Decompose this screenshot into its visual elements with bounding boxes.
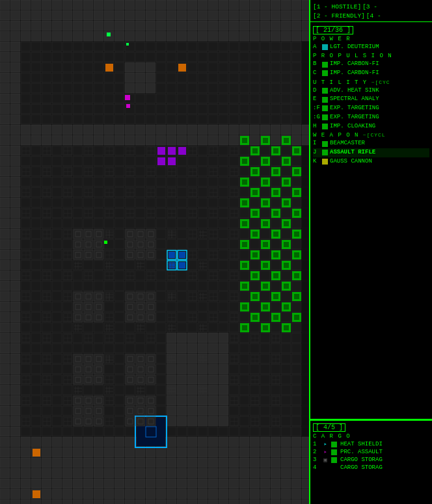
power-header: [ 21/36 ] bbox=[313, 26, 353, 34]
cargo-num-4: 4 bbox=[313, 464, 321, 471]
weapon-item-j[interactable]: J ASSAULT RIFLE bbox=[313, 148, 429, 157]
sq-j bbox=[322, 150, 328, 155]
text-j: ASSAULT RIFLE bbox=[330, 149, 375, 157]
text-i: BEAMCASTER bbox=[330, 140, 365, 148]
friendly-label: [2 - FRIENDLY] bbox=[313, 12, 365, 20]
cargo-icon-2: ➤ bbox=[321, 449, 330, 455]
utility-item-d[interactable]: D ADV. HEAT SINK bbox=[313, 86, 429, 96]
text-a: LGT. DEUTERIUM bbox=[330, 44, 379, 51]
key-b: B bbox=[313, 60, 322, 68]
friendly-key: [4 - bbox=[366, 12, 381, 20]
utility-item-g[interactable]: :G EXP. TARGETING bbox=[313, 113, 429, 122]
sq-g bbox=[322, 114, 328, 120]
utility-item-h[interactable]: H IMP. CLOAKING bbox=[313, 122, 429, 131]
weapon-item-i[interactable]: I BEAMCASTER bbox=[313, 139, 429, 148]
key-d: D bbox=[313, 87, 322, 95]
utility-item-e[interactable]: E SPECTRAL ANALY bbox=[313, 95, 429, 104]
cargo-icon-1: ➤ bbox=[321, 441, 330, 447]
weapon-title: W E A P O N bbox=[313, 132, 358, 139]
cargo-title: C A R G O bbox=[313, 433, 429, 440]
power-item-a[interactable]: A LGT. DEUTERIUM bbox=[313, 43, 429, 52]
sq-c bbox=[322, 70, 328, 76]
cargo-text-2: PRC. ASSAULT bbox=[340, 449, 383, 455]
key-c: C bbox=[313, 70, 322, 77]
sq-a bbox=[322, 44, 328, 50]
cargo-panel: [ 4/5 ] C A R G O 1 ➤ HEAT SHIELDI 2 ➤ P… bbox=[310, 419, 432, 504]
sq-e bbox=[322, 97, 328, 103]
cargo-icon-4 bbox=[321, 464, 330, 471]
key-e: E bbox=[313, 96, 322, 103]
sq-b bbox=[322, 62, 328, 68]
cargo-num-1: 1 bbox=[313, 441, 321, 447]
text-d: ADV. HEAT SINK bbox=[330, 87, 379, 95]
weapon-cycle: ~[CYCL bbox=[363, 132, 386, 138]
text-f: EXP. TARGETING bbox=[330, 105, 379, 113]
text-c: IMP. CARBON-FI bbox=[330, 70, 379, 77]
key-j: J bbox=[313, 149, 322, 157]
cargo-sq-4 bbox=[331, 465, 337, 471]
cargo-text-4: CARGO STORAG bbox=[340, 464, 383, 471]
cat-weapon: W E A P O N ~[CYCL bbox=[313, 132, 429, 139]
main-container: [1 - HOSTILE] [3 - [2 - FRIENDLY] [4 - [… bbox=[0, 0, 432, 504]
utility-cycle: ~[CYC bbox=[371, 79, 390, 85]
cat-utility: U T I L I T Y ~[CYC bbox=[313, 79, 429, 86]
utility-title: U T I L I T Y bbox=[313, 79, 367, 86]
hostile-label: [1 - HOSTILE] bbox=[313, 3, 361, 11]
cargo-sq-1 bbox=[331, 442, 337, 447]
cargo-header: [ 4/5 ] bbox=[313, 423, 345, 432]
game-canvas bbox=[0, 0, 309, 504]
sq-h bbox=[322, 124, 328, 129]
cargo-text-3: CARGO STORAG bbox=[340, 457, 383, 463]
cargo-num-2: 2 bbox=[313, 449, 321, 455]
cargo-text-1: HEAT SHIELDI bbox=[340, 441, 383, 447]
top-status: [1 - HOSTILE] [3 - [2 - FRIENDLY] [4 - bbox=[310, 0, 432, 22]
utility-item-f[interactable]: :F EXP. TARGETING bbox=[313, 104, 429, 113]
text-h: IMP. CLOAKING bbox=[330, 123, 375, 131]
text-g: EXP. TARGETING bbox=[330, 114, 379, 122]
key-f: :F bbox=[313, 105, 322, 113]
text-k: GAUSS CANNON bbox=[330, 158, 372, 166]
sq-d bbox=[322, 88, 328, 94]
propulsion-item-c[interactable]: C IMP. CARBON-FI bbox=[313, 69, 429, 78]
cat-power: P O W E R bbox=[313, 36, 429, 42]
sq-f bbox=[322, 105, 328, 111]
cargo-item-3[interactable]: 3 ▣ CARGO STORAG bbox=[313, 456, 429, 464]
key-h: H bbox=[313, 123, 322, 131]
cargo-sq-2 bbox=[331, 449, 337, 455]
sq-k bbox=[322, 159, 328, 165]
text-b: IMP. CARBON-FI bbox=[330, 60, 379, 68]
cargo-item-1[interactable]: 1 ➤ HEAT SHIELDI bbox=[313, 440, 429, 448]
game-area bbox=[0, 0, 309, 504]
equipment-panel: [ 21/36 ] P O W E R A LGT. DEUTERIUM P R… bbox=[310, 22, 432, 419]
weapon-item-k[interactable]: K GAUSS CANNON bbox=[313, 157, 429, 166]
cargo-item-4[interactable]: 4 CARGO STORAG bbox=[313, 464, 429, 471]
right-panel: [1 - HOSTILE] [3 - [2 - FRIENDLY] [4 - [… bbox=[309, 0, 432, 504]
cat-propulsion: P R O P U L S I O N bbox=[313, 53, 429, 59]
status-friendly-row: [2 - FRIENDLY] [4 - bbox=[313, 12, 429, 21]
status-hostile-row: [1 - HOSTILE] [3 - bbox=[313, 3, 429, 12]
cargo-icon-3: ▣ bbox=[321, 457, 330, 463]
cargo-item-2[interactable]: 2 ➤ PRC. ASSAULT bbox=[313, 448, 429, 456]
text-e: SPECTRAL ANALY bbox=[330, 96, 379, 103]
key-k: K bbox=[313, 158, 322, 166]
propulsion-item-b[interactable]: B IMP. CARBON-FI bbox=[313, 60, 429, 69]
cargo-num-3: 3 bbox=[313, 457, 321, 463]
key-a: A bbox=[313, 44, 322, 51]
cargo-sq-3 bbox=[331, 457, 337, 463]
hostile-key: [3 - bbox=[362, 3, 377, 11]
key-i: I bbox=[313, 140, 322, 148]
sq-i bbox=[322, 141, 328, 147]
key-g: :G bbox=[313, 114, 322, 122]
